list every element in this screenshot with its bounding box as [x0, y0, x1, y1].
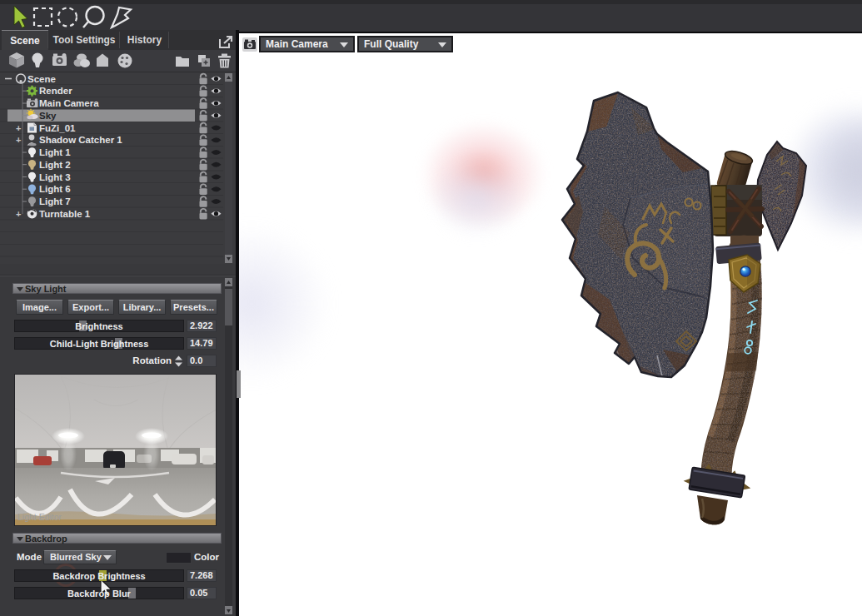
svg-text:Light 2: Light 2 — [39, 160, 71, 170]
svg-text:Scene: Scene — [27, 74, 56, 84]
svg-text:Light Editor: Light Editor — [17, 512, 62, 522]
svg-text:Shadow Catcher 1: Shadow Catcher 1 — [39, 135, 122, 145]
svg-text:Light 6: Light 6 — [39, 184, 71, 194]
svg-text:+: + — [16, 135, 21, 145]
svg-text:Light 3: Light 3 — [39, 172, 71, 182]
svg-text:Light 7: Light 7 — [39, 196, 71, 206]
svg-text:+: + — [16, 123, 21, 133]
svg-text:Main Camera: Main Camera — [39, 98, 99, 108]
svg-text:+: + — [16, 209, 21, 219]
svg-text:Sky: Sky — [39, 111, 57, 121]
svg-text:Light 1: Light 1 — [39, 147, 71, 157]
svg-text:FuZi_01: FuZi_01 — [39, 123, 76, 133]
svg-text:Turntable 1: Turntable 1 — [39, 209, 91, 219]
svg-text:Render: Render — [39, 86, 72, 96]
